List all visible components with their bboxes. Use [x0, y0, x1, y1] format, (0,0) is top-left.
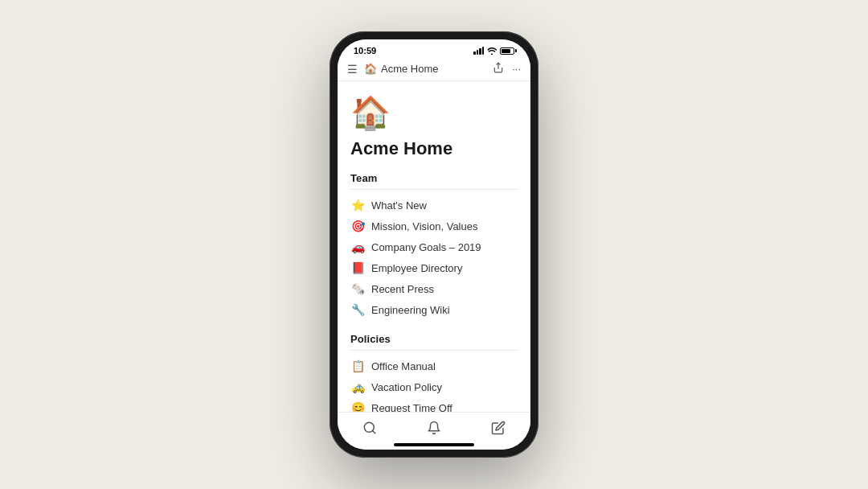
- compose-tab[interactable]: [478, 419, 518, 437]
- menu-icon[interactable]: ☰: [347, 63, 358, 76]
- status-icons: [473, 47, 514, 55]
- wiki-label: Engineering Wiki: [371, 304, 450, 316]
- mission-label: Mission, Vision, Values: [371, 220, 477, 232]
- page-title: Acme Home: [350, 138, 518, 159]
- press-label: Recent Press: [371, 283, 434, 295]
- status-time: 10:59: [354, 46, 376, 55]
- press-icon: 🗞️: [350, 282, 365, 295]
- vacation-label: Vacation Policy: [371, 381, 442, 393]
- status-bar: 10:59: [338, 39, 530, 59]
- more-icon[interactable]: ···: [512, 63, 521, 75]
- nav-page-title: Acme Home: [381, 63, 439, 75]
- goals-icon: 🚗: [350, 240, 365, 253]
- svg-line-2: [372, 430, 375, 433]
- phone-screen: 10:59 ☰ 🏠 Acme Home: [338, 39, 530, 450]
- signal-icon: [473, 47, 484, 55]
- nav-title-area: 🏠 Acme Home: [364, 63, 486, 75]
- goals-label: Company Goals – 2019: [371, 241, 481, 253]
- nav-bar: ☰ 🏠 Acme Home ···: [338, 59, 530, 81]
- nav-actions: ···: [493, 62, 521, 76]
- directory-label: Employee Directory: [371, 262, 462, 274]
- office-manual-label: Office Manual: [371, 360, 436, 372]
- wifi-icon: [487, 47, 497, 55]
- policies-section-header: Policies: [350, 333, 518, 345]
- home-indicator: [394, 443, 474, 446]
- vacation-icon: 🚕: [350, 380, 365, 393]
- policies-section: Policies 📋 Office Manual 🚕 Vacation Poli…: [350, 333, 518, 412]
- team-section-header: Team: [350, 172, 518, 184]
- time-off-label: Request Time Off: [371, 402, 452, 413]
- list-item[interactable]: 🚕 Vacation Policy: [350, 376, 518, 397]
- whats-new-icon: ⭐: [350, 199, 365, 212]
- time-off-icon: 😊: [350, 401, 365, 412]
- team-section: Team ⭐ What's New 🎯 Mission, Vision, Val…: [350, 172, 518, 320]
- list-item[interactable]: 🔧 Engineering Wiki: [350, 299, 518, 320]
- list-item[interactable]: 📕 Employee Directory: [350, 257, 518, 278]
- search-tab[interactable]: [350, 419, 390, 437]
- mission-icon: 🎯: [350, 220, 365, 232]
- notifications-tab[interactable]: [414, 419, 454, 437]
- list-item[interactable]: 🎯 Mission, Vision, Values: [350, 216, 518, 236]
- office-manual-icon: 📋: [350, 360, 365, 372]
- content-area: 🏠 Acme Home Team ⭐ What's New 🎯 Mission,…: [338, 81, 530, 412]
- list-item[interactable]: ⭐ What's New: [350, 195, 518, 216]
- list-item[interactable]: 🚗 Company Goals – 2019: [350, 236, 518, 257]
- share-icon[interactable]: [493, 62, 504, 76]
- page-emoji: 🏠: [350, 94, 518, 132]
- battery-icon: [500, 47, 514, 55]
- list-item[interactable]: 🗞️ Recent Press: [350, 278, 518, 299]
- list-item[interactable]: 📋 Office Manual: [350, 355, 518, 376]
- nav-page-icon: 🏠: [364, 63, 377, 75]
- list-item[interactable]: 😊 Request Time Off: [350, 397, 518, 412]
- policies-divider: [350, 350, 518, 351]
- phone-device: 10:59 ☰ 🏠 Acme Home: [330, 31, 538, 458]
- wiki-icon: 🔧: [350, 303, 365, 316]
- whats-new-label: What's New: [371, 199, 427, 212]
- directory-icon: 📕: [350, 261, 365, 274]
- team-divider: [350, 189, 518, 190]
